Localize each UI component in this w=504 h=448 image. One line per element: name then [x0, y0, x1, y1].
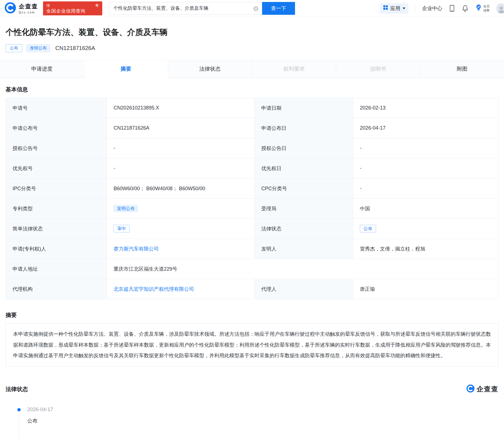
info-value: B60W60/00； B60W40/08； B60W50/00	[107, 178, 255, 199]
table-row: 代理机构 北京超凡宏宇知识产权代理有限公司 代理人 唐正瑜	[6, 279, 498, 299]
info-label: 代理机构	[6, 279, 107, 299]
search-box	[109, 2, 262, 15]
notification-bell-icon[interactable]	[462, 5, 469, 12]
info-label: 发明人	[255, 239, 353, 259]
timeline-status: 公布	[27, 418, 53, 424]
table-row: 申请(专利权)人 赛力斯汽车有限公司 发明人 雷秀杰，文倩，揭立柱，程旭	[6, 239, 498, 259]
info-label: 申请人地址	[6, 259, 107, 279]
vip-label-line2: 续费	[483, 8, 489, 12]
badge-row: 公布 发明公布 CN121871626A	[6, 44, 498, 52]
abstract-text: 本申请实施例提供一种个性化防晕车方法、装置、设备、介质及车辆，涉及防晕车技术领域…	[6, 323, 498, 366]
agency-link[interactable]: 北京超凡宏宇知识产权代理有限公司	[113, 286, 194, 292]
info-value: CN202610213895.X	[107, 98, 255, 118]
info-value: -	[353, 138, 498, 158]
info-label: 专利类型	[6, 199, 107, 219]
info-label: 受理局	[255, 199, 353, 219]
legal-timeline: 2026-04-17 公布	[6, 407, 498, 424]
info-value: 北京超凡宏宇知识产权代理有限公司	[107, 279, 255, 299]
info-label: 申请日期	[255, 98, 353, 118]
table-row: 优先权号 - 优先权日 -	[6, 158, 498, 178]
qcc-watermark-icon	[466, 384, 475, 394]
info-value: 公布	[353, 219, 498, 239]
info-label: 代理人	[255, 279, 353, 299]
search-group: 查一下	[109, 2, 295, 15]
info-value: -	[107, 158, 255, 178]
info-label: 申请公布号	[6, 118, 107, 138]
apps-grid-icon	[383, 5, 388, 11]
info-label: 优先权日	[255, 158, 353, 178]
qcc-logo[interactable]: 企查查 Qcc.com	[4, 2, 38, 15]
info-label: 授权公告号	[6, 138, 107, 158]
info-value: 2026-04-17	[353, 118, 498, 138]
info-value: -	[353, 158, 498, 178]
table-row: 专利类型 发明公布 受理局 中国	[6, 199, 498, 219]
info-value: 2026-02-13	[353, 98, 498, 118]
legal-status-heading: 法律状态	[6, 385, 28, 393]
info-value: 重庆市江北区福生大道229号	[107, 259, 498, 279]
info-value: CN121871626A	[107, 118, 255, 138]
patent-status-badge: 公布	[6, 44, 22, 52]
vip-medal-icon	[475, 4, 482, 13]
chevron-down-icon	[403, 8, 405, 11]
info-label: 简单法律状态	[6, 219, 107, 239]
table-row: 授权公告号 - 授权公告日 -	[6, 138, 498, 158]
promo-char-left: 传	[46, 3, 50, 8]
logo-domain-text: Qcc.com	[19, 11, 38, 14]
applicant-link[interactable]: 赛力斯汽车有限公司	[113, 246, 159, 252]
simple-legal-status-badge: 审中	[113, 225, 130, 232]
info-label: CPC分类号	[255, 178, 353, 199]
apps-menu[interactable]: 应用	[380, 3, 408, 14]
vip-label-line1: 会员	[483, 4, 489, 8]
legal-status-section: 法律状态 企查查 2026-04-17 公布	[6, 384, 498, 424]
basic-info-table: 申请号 CN202610213895.X 申请日期 2026-02-13 申请公…	[6, 98, 498, 299]
info-value: 发明公布	[107, 199, 255, 219]
vip-renew-badge[interactable]: 会员 续费	[475, 4, 489, 13]
info-label: 优先权号	[6, 158, 107, 178]
table-row: 申请公布号 CN121871626A 申请公布日 2026-04-17	[6, 118, 498, 138]
info-value: 雷秀杰，文倩，揭立柱，程旭	[353, 239, 498, 259]
enterprise-center-link[interactable]: 企业中心	[422, 5, 442, 12]
patent-type-badge: 发明公布	[26, 44, 51, 52]
search-input[interactable]	[109, 2, 262, 15]
info-value: 唐正瑜	[353, 279, 498, 299]
info-value: 中国	[353, 199, 498, 219]
patent-type-cell-badge: 发明公布	[113, 205, 138, 212]
tab-abstract[interactable]: 摘要	[84, 60, 168, 78]
search-button[interactable]: 查一下	[262, 2, 295, 15]
info-value: 审中	[107, 219, 255, 239]
tab-legal-status[interactable]: 法律状态	[168, 60, 252, 78]
publication-number: CN121871626A	[55, 45, 95, 51]
timeline-event: 2026-04-17 公布	[27, 407, 53, 424]
abstract-section: 摘要 本申请实施例提供一种个性化防晕车方法、装置、设备、介质及车辆，涉及防晕车技…	[6, 311, 498, 366]
tab-description: 说明书	[336, 60, 420, 78]
info-label: 申请号	[6, 98, 107, 118]
qcc-logo-icon	[4, 2, 16, 15]
tab-bar: 申请进度 摘要 法律状态 权利要求 说明书 附图	[0, 60, 504, 78]
tab-figures[interactable]: 附图	[420, 60, 504, 78]
timeline-date: 2026-04-17	[27, 407, 53, 413]
timeline-dot-icon	[17, 408, 21, 411]
header-divider	[415, 5, 415, 11]
table-row: 申请人地址 重庆市江北区福生大道229号	[6, 259, 498, 279]
tab-application-progress[interactable]: 申请进度	[0, 60, 84, 78]
table-row: 申请号 CN202610213895.X 申请日期 2026-02-13	[6, 98, 498, 118]
logo-brand-text: 企查查	[19, 3, 38, 10]
info-value: 赛力斯汽车有限公司	[107, 239, 255, 259]
info-value: -	[107, 138, 255, 158]
info-label: 申请公布日	[255, 118, 353, 138]
info-label: 法律状态	[255, 219, 353, 239]
info-label: 授权公告日	[255, 138, 353, 158]
qcc-watermark-text: 企查查	[477, 385, 498, 394]
info-label: 申请(专利权)人	[6, 239, 107, 259]
legal-status-badge: 公布	[360, 225, 376, 232]
promo-text: 全国企业信用查询	[46, 8, 99, 14]
patent-title: 个性化防晕车方法、装置、设备、介质及车辆	[6, 27, 498, 38]
user-avatar[interactable]	[496, 3, 504, 13]
clear-search-icon[interactable]	[253, 6, 258, 11]
promo-banner[interactable]: 传 奇 全国企业信用查询	[43, 1, 102, 15]
basic-info-section: 基本信息 申请号 CN202610213895.X 申请日期 2026-02-1…	[6, 86, 498, 299]
tab-claims: 权利要求	[252, 60, 336, 78]
basic-info-heading: 基本信息	[6, 86, 498, 93]
mobile-app-icon[interactable]	[449, 5, 455, 12]
table-row: IPC分类号 B60W60/00； B60W40/08； B60W50/00 C…	[6, 178, 498, 199]
